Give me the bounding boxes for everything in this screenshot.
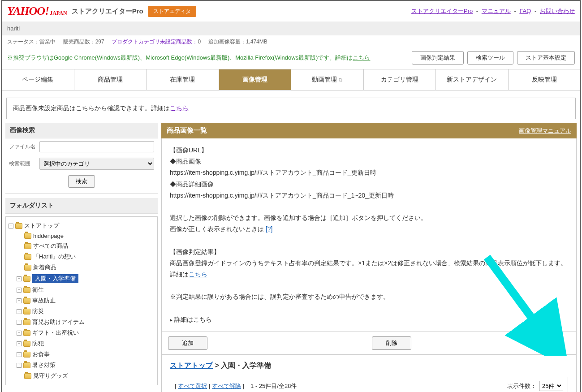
status-bar: ステータス：営業中 販売商品数：297 プロダクトカテゴリ未設定商品数：0 追加… bbox=[2, 35, 580, 48]
folder-item[interactable]: +入園・入学準備 bbox=[16, 273, 155, 284]
tab-4[interactable]: 動画管理 bbox=[291, 69, 364, 90]
tab-3[interactable]: 画像管理 bbox=[219, 69, 292, 90]
filename-input[interactable] bbox=[39, 141, 154, 152]
search-tool-button[interactable]: 検索ツール bbox=[467, 51, 513, 65]
folder-label: ギフト・出産祝い bbox=[32, 329, 79, 337]
folder-item[interactable]: 見守りグッズ bbox=[16, 370, 155, 381]
folder-icon bbox=[23, 341, 30, 347]
expand-icon[interactable]: + bbox=[17, 276, 22, 281]
folder-item[interactable]: 新着商品 bbox=[16, 262, 155, 273]
expand-icon[interactable]: + bbox=[17, 309, 22, 314]
search-button[interactable]: 検索 bbox=[68, 175, 95, 188]
judge-heading: 【画像判定結果】 bbox=[170, 246, 568, 258]
content-header: 商品画像一覧 画像管理マニュアル bbox=[161, 123, 577, 138]
store-editor-button[interactable]: ストアエディタ bbox=[148, 6, 196, 17]
folder-icon bbox=[24, 243, 31, 249]
folder-item[interactable]: +暑さ対策 bbox=[16, 360, 155, 370]
product-image-label: ◆商品画像 bbox=[170, 156, 568, 167]
sales-count-value: 297 bbox=[95, 39, 104, 45]
display-error-link[interactable]: [?] bbox=[266, 225, 273, 233]
product-cat-unset-value: 0 bbox=[198, 39, 201, 45]
folder-label: すべての商品 bbox=[33, 242, 68, 250]
folder-item[interactable]: +事故防止 bbox=[16, 295, 155, 306]
expand-icon[interactable]: + bbox=[17, 298, 22, 303]
folder-label: 防犯 bbox=[32, 340, 44, 348]
expand-icon[interactable]: + bbox=[17, 341, 22, 346]
tab-2[interactable]: 在庫管理 bbox=[147, 69, 219, 90]
expand-icon[interactable]: + bbox=[17, 363, 22, 368]
browser-note: ※推奨ブラウザはGoogle Chrome(Windows最新版)、Micros… bbox=[7, 54, 370, 62]
folder-label: 入園・入学準備 bbox=[32, 274, 78, 283]
folder-item[interactable]: +お食事 bbox=[16, 349, 155, 360]
store-settings-button[interactable]: ストア基本設定 bbox=[517, 51, 575, 65]
folder-item[interactable]: 「Hariti」の想い bbox=[16, 251, 155, 262]
judge-detail-prefix: 詳細は bbox=[170, 271, 189, 278]
folder-item[interactable]: +育児お助けアイテム bbox=[16, 317, 155, 327]
delete-button[interactable]: 削除 bbox=[372, 336, 411, 350]
image-url-heading: 【画像URL】 bbox=[170, 145, 568, 156]
range-select[interactable]: 選択中のカテゴリ bbox=[39, 158, 154, 170]
link-manual[interactable]: マニュアル bbox=[482, 8, 511, 14]
image-judge-result-button[interactable]: 画像判定結果 bbox=[412, 51, 464, 65]
header-links: ストアクリエイターPro - マニュアル - FAQ - お問い合わせ bbox=[411, 7, 575, 15]
folder-label: hiddenpage bbox=[33, 233, 64, 239]
delete-note: 選択した画像の削除ができます。画像を追加する場合は［追加］ボタンを押してください… bbox=[170, 212, 568, 224]
details-toggle[interactable]: 詳細はこちら bbox=[170, 314, 568, 325]
folder-root[interactable]: − ストアトップ bbox=[8, 220, 155, 231]
tab-6[interactable]: 新ストアデザイン bbox=[436, 69, 509, 90]
add-button[interactable]: 追加 bbox=[168, 336, 207, 350]
folder-icon bbox=[24, 254, 31, 260]
breadcrumb-root[interactable]: ストアトップ bbox=[170, 362, 213, 369]
image-manage-manual-link[interactable]: 画像管理マニュアル bbox=[519, 127, 571, 135]
expand-icon[interactable]: + bbox=[17, 288, 22, 293]
link-faq[interactable]: FAQ bbox=[519, 8, 531, 14]
tab-1[interactable]: 商品管理 bbox=[74, 69, 147, 90]
display-count-select[interactable]: 25件 bbox=[539, 381, 563, 391]
detail-image-label: ◆商品詳細画像 bbox=[170, 179, 568, 190]
tab-5[interactable]: カテゴリ管理 bbox=[364, 69, 436, 90]
folder-label: 育児お助けアイテム bbox=[32, 318, 85, 326]
folder-icon bbox=[24, 265, 31, 271]
folder-label: 防災 bbox=[32, 307, 44, 315]
tab-0[interactable]: ページ編集 bbox=[2, 69, 74, 90]
browser-note-link[interactable]: こちら bbox=[353, 54, 370, 61]
judge-text: 商品画像登録ガイドラインのうちテキスト占有率の判定結果です。×1または×2は修正… bbox=[170, 258, 568, 269]
folder-icon bbox=[23, 362, 30, 368]
folder-icon bbox=[15, 223, 22, 229]
collapse-icon[interactable]: − bbox=[9, 224, 13, 228]
notice-link[interactable]: こちら bbox=[170, 104, 189, 112]
judge-detail-link[interactable]: こちら bbox=[189, 271, 207, 278]
folder-item[interactable]: +防犯 bbox=[16, 338, 155, 349]
folder-list-header: フォルダリスト bbox=[5, 198, 158, 214]
link-contact[interactable]: お問い合わせ bbox=[540, 8, 575, 14]
expand-icon[interactable]: + bbox=[17, 352, 22, 357]
content-title: 商品画像一覧 bbox=[167, 126, 207, 135]
folder-tree: − ストアトップ hiddenpageすべての商品「Hariti」の想い新着商品… bbox=[6, 217, 157, 385]
tab-7[interactable]: 反映管理 bbox=[509, 69, 581, 90]
header-title: ストアクリエイターPro bbox=[72, 7, 143, 16]
link-creator-pro[interactable]: ストアクリエイターPro bbox=[411, 8, 473, 14]
notice-box: 商品画像未設定商品はこちらから確認できます。詳細はこちら bbox=[6, 98, 576, 119]
range-label: 検索範囲 bbox=[9, 160, 36, 168]
folder-icon bbox=[23, 287, 30, 293]
select-all-link[interactable]: すべて選択 bbox=[178, 383, 207, 389]
folder-icon bbox=[23, 276, 30, 282]
folder-item[interactable]: すべての商品 bbox=[16, 241, 155, 251]
expand-icon[interactable]: + bbox=[17, 331, 22, 336]
folder-item[interactable]: +ギフト・出産祝い bbox=[16, 327, 155, 338]
display-count-label: 表示件数： bbox=[507, 382, 536, 390]
main-tabs: ページ編集商品管理在庫管理画像管理動画管理カテゴリ管理新ストアデザイン反映管理 bbox=[2, 69, 580, 90]
folder-item[interactable]: hiddenpage bbox=[16, 231, 155, 241]
folder-label: 衛生 bbox=[32, 286, 44, 294]
folder-item[interactable]: +衛生 bbox=[16, 284, 155, 295]
status-value: 営業中 bbox=[39, 39, 56, 45]
folder-icon bbox=[23, 309, 30, 314]
deselect-all-link[interactable]: すべて解除 bbox=[212, 383, 241, 389]
folder-icon bbox=[23, 352, 30, 358]
folder-label: 見守りグッズ bbox=[33, 372, 68, 380]
folder-label: 暑さ対策 bbox=[32, 361, 56, 369]
expand-icon[interactable]: + bbox=[17, 320, 22, 325]
folder-item[interactable]: +防災 bbox=[16, 306, 155, 317]
folder-icon bbox=[23, 298, 30, 304]
product-cat-unset-link[interactable]: プロダクトカテゴリ未設定商品数： bbox=[112, 39, 198, 45]
